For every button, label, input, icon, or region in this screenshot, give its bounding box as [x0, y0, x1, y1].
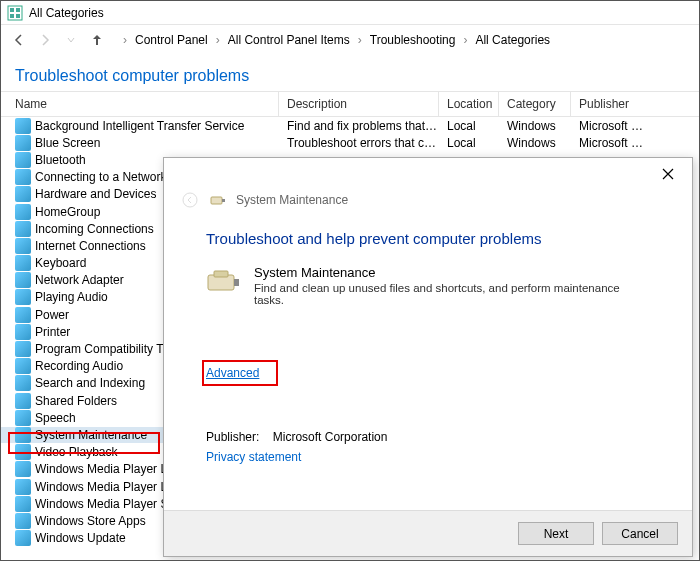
col-category[interactable]: Category	[499, 92, 571, 116]
item-publisher: Microsoft …	[571, 136, 699, 150]
dialog-back-button[interactable]	[180, 190, 200, 210]
item-name: Playing Audio	[35, 290, 108, 304]
item-name: Windows Update	[35, 531, 126, 545]
chevron-right-icon: ›	[463, 33, 467, 47]
svg-rect-15	[234, 279, 239, 286]
item-name: Power	[35, 308, 69, 322]
item-name: Keyboard	[35, 256, 86, 270]
item-name: System Maintenance	[35, 428, 147, 442]
item-category: Windows	[499, 119, 571, 133]
item-name: Incoming Connections	[35, 222, 154, 236]
privacy-link[interactable]: Privacy statement	[206, 450, 301, 464]
window-icon	[7, 5, 23, 21]
item-name: Recording Audio	[35, 359, 123, 373]
item-desc: Troubleshoot errors that cause Wi…	[279, 136, 439, 150]
item-name: Printer	[35, 325, 70, 339]
item-icon	[15, 324, 31, 340]
item-name: HomeGroup	[35, 205, 100, 219]
item-name: Search and Indexing	[35, 376, 145, 390]
list-item[interactable]: Background Intelligent Transfer ServiceF…	[1, 117, 699, 134]
item-name: Speech	[35, 411, 76, 425]
svg-rect-2	[16, 8, 20, 12]
item-category: Windows	[499, 136, 571, 150]
item-name: Bluetooth	[35, 153, 86, 167]
window-titlebar: All Categories	[1, 1, 699, 25]
item-icon	[15, 375, 31, 391]
chevron-right-icon: ›	[123, 33, 127, 47]
item-name: Shared Folders	[35, 394, 117, 408]
crumb-2[interactable]: Troubleshooting	[366, 31, 460, 49]
item-desc: Find and fix problems that may p…	[279, 119, 439, 133]
cancel-button[interactable]: Cancel	[602, 522, 678, 545]
item-icon	[15, 410, 31, 426]
item-icon	[15, 272, 31, 288]
item-icon	[15, 393, 31, 409]
item-name: Blue Screen	[35, 136, 100, 150]
item-name: Connecting to a Network	[35, 170, 166, 184]
item-icon	[15, 496, 31, 512]
item-icon	[15, 461, 31, 477]
svg-rect-3	[10, 14, 14, 18]
publisher-value: Microsoft Corporation	[273, 430, 388, 444]
item-icon	[15, 513, 31, 529]
advanced-link[interactable]: Advanced	[206, 366, 259, 380]
item-location: Local	[439, 136, 499, 150]
crumb-0[interactable]: Control Panel	[131, 31, 212, 49]
publisher-line: Publisher: Microsoft Corporation	[206, 430, 650, 444]
dialog-breadcrumb: System Maintenance	[236, 193, 348, 207]
item-icon	[15, 444, 31, 460]
item-name: Internet Connections	[35, 239, 146, 253]
col-description[interactable]: Description	[279, 92, 439, 116]
chevron-right-icon: ›	[216, 33, 220, 47]
publisher-label: Publisher:	[206, 430, 259, 444]
item-name: Windows Store Apps	[35, 514, 146, 528]
crumb-1[interactable]: All Control Panel Items	[224, 31, 354, 49]
back-button[interactable]	[7, 28, 31, 52]
item-icon	[15, 135, 31, 151]
item-icon	[15, 238, 31, 254]
item-icon	[15, 289, 31, 305]
page-title: Troubleshoot computer problems	[1, 55, 699, 91]
item-name: Background Intelligent Transfer Service	[35, 119, 244, 133]
col-name[interactable]: Name	[1, 92, 279, 116]
wrench-icon	[210, 192, 226, 208]
window-title: All Categories	[29, 6, 104, 20]
item-publisher: Microsoft …	[571, 119, 699, 133]
item-icon	[15, 152, 31, 168]
item-name: Hardware and Devices	[35, 187, 156, 201]
list-item[interactable]: Blue ScreenTroubleshoot errors that caus…	[1, 134, 699, 151]
forward-button[interactable]	[33, 28, 57, 52]
item-icon	[15, 118, 31, 134]
svg-rect-4	[16, 14, 20, 18]
svg-rect-14	[214, 271, 228, 277]
dialog-item-title: System Maintenance	[254, 265, 650, 280]
svg-point-10	[183, 193, 197, 207]
item-icon	[15, 307, 31, 323]
svg-rect-11	[211, 197, 222, 204]
col-publisher[interactable]: Publisher	[571, 92, 699, 116]
item-icon	[15, 479, 31, 495]
item-icon	[15, 427, 31, 443]
dialog-heading: Troubleshoot and help prevent computer p…	[206, 230, 650, 247]
chevron-right-icon: ›	[358, 33, 362, 47]
col-location[interactable]: Location	[439, 92, 499, 116]
next-button[interactable]: Next	[518, 522, 594, 545]
column-headers: Name Description Location Category Publi…	[1, 91, 699, 117]
svg-rect-12	[222, 199, 225, 202]
item-icon	[15, 169, 31, 185]
crumb-3[interactable]: All Categories	[471, 31, 554, 49]
item-icon	[15, 255, 31, 271]
recent-dd[interactable]	[59, 28, 83, 52]
item-icon	[15, 530, 31, 546]
close-button[interactable]	[650, 160, 686, 188]
svg-rect-1	[10, 8, 14, 12]
dialog-item-desc: Find and clean up unused files and short…	[254, 282, 650, 306]
up-button[interactable]	[85, 28, 109, 52]
troubleshooter-dialog: System Maintenance Troubleshoot and help…	[163, 157, 693, 557]
item-icon	[15, 221, 31, 237]
item-icon	[15, 358, 31, 374]
nav-toolbar: › Control Panel › All Control Panel Item…	[1, 25, 699, 55]
item-icon	[15, 186, 31, 202]
item-icon	[15, 341, 31, 357]
toolbox-icon	[206, 265, 240, 295]
